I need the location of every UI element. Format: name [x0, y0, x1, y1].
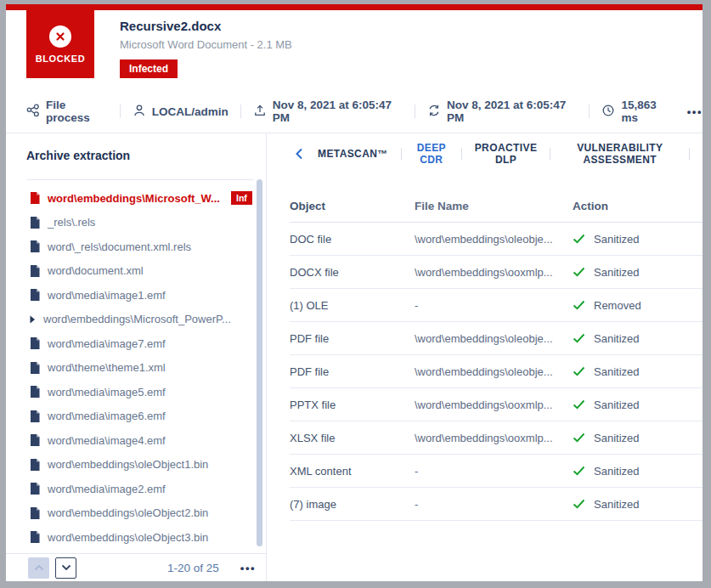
list-item[interactable]: _rels\.rels [30, 211, 266, 235]
cell-file-name: - [415, 299, 573, 312]
cell-object: XML content [290, 465, 415, 478]
file-icon [30, 337, 40, 349]
file-name-label: word\document.xml [48, 264, 144, 277]
file-icon [30, 192, 40, 204]
file-name-label: word\embeddings\Microsoft_PowerP... [43, 313, 231, 325]
table-row: PDF file \word\embeddings\oleobje... San… [290, 355, 703, 388]
file-name-label: word\media\image2.emf [48, 483, 166, 495]
file-icon [30, 217, 40, 229]
cell-action: Sanitized [573, 498, 703, 511]
process-icon [26, 104, 40, 120]
meta-upload-time: Nov 8, 2021 at 6:05:47 PM [253, 99, 403, 124]
sidebar-scrollbar[interactable] [257, 179, 262, 546]
tab-wrap: VULNERABILITY ASSESSMENT [563, 142, 703, 166]
cell-action: Sanitized [573, 266, 703, 279]
status-label: BLOCKED [36, 54, 86, 64]
archive-file-list: word\embeddings\Microsoft_W... Inf _rels… [6, 180, 266, 553]
list-item[interactable]: word\media\image1.emf [30, 283, 266, 308]
cell-action: Sanitized [573, 465, 703, 478]
infected-tag: Inf [231, 191, 252, 205]
file-info: Recursive2.docx Microsoft Word Document … [120, 10, 292, 92]
file-name-label: word\embeddings\oleObject1.bin [48, 458, 208, 471]
file-name-label: word\embeddings\oleObject2.bin [48, 506, 208, 519]
refresh-icon [427, 104, 441, 120]
tab[interactable]: VULNERABILITY ASSESSMENT [563, 142, 676, 166]
action-label: Sanitized [594, 432, 639, 444]
table-body: DOC file \word\embeddings\oleobje... San… [290, 223, 703, 521]
list-item[interactable]: word\media\image7.emf [30, 331, 266, 356]
file-icon [30, 386, 40, 398]
action-label: Sanitized [594, 399, 639, 411]
file-name-label: word\media\image7.emf [48, 337, 166, 350]
cell-action: Sanitized [573, 233, 703, 246]
more-menu-icon[interactable]: ••• [687, 105, 703, 118]
list-item[interactable]: word\embeddings\oleObject3.bin [30, 525, 266, 550]
tabs: METASCAN™ DEEP CDR PROACTIVE DLP [318, 142, 703, 166]
cell-file-name: - [415, 498, 573, 511]
table-row: (1) OLE - Removed [290, 289, 703, 322]
cell-object: DOC file [290, 233, 415, 246]
action-label: Sanitized [594, 465, 639, 478]
check-icon [573, 300, 585, 310]
page-down-button[interactable] [55, 557, 76, 579]
list-item[interactable]: word\_rels\document.xml.rels [30, 235, 266, 259]
file-icon [30, 289, 40, 301]
table-row: DOC file \word\embeddings\oleobje... San… [290, 223, 703, 256]
list-item[interactable]: word\media\image4.emf [30, 428, 266, 453]
check-icon [573, 333, 585, 343]
deep-cdr-table: Object File Name Action DOC file \word\e… [290, 189, 703, 521]
chevron-left-icon[interactable] [295, 148, 303, 160]
list-item[interactable]: word\document.xml [30, 259, 266, 284]
tab-wrap: DEEP CDR [415, 142, 475, 166]
pagination-more-icon[interactable]: ••• [240, 562, 256, 574]
tab-divider [689, 148, 690, 160]
check-icon [573, 399, 585, 410]
tab[interactable]: METASCAN™ [318, 148, 388, 160]
list-item[interactable]: word\embeddings\oleObject1.bin [30, 453, 266, 478]
clock-icon [601, 104, 615, 120]
meta-duration: 15,863 ms [601, 99, 671, 124]
page-title: Recursive2.docx [120, 19, 292, 33]
file-icon [30, 434, 40, 446]
top-accent-bar [6, 4, 703, 10]
tabs-row: METASCAN™ DEEP CDR PROACTIVE DLP [267, 133, 703, 174]
file-name-label: word\media\image5.emf [48, 386, 166, 399]
check-icon [573, 234, 585, 244]
list-item[interactable]: word\media\image2.emf [30, 477, 266, 501]
tab-divider [401, 148, 402, 160]
cell-file-name: \word\embeddings\oleobje... [415, 233, 573, 246]
meta-user: LOCAL/admin [133, 104, 229, 120]
file-header: BLOCKED Recursive2.docx Microsoft Word D… [6, 10, 703, 92]
action-label: Removed [594, 299, 641, 312]
meta-label: Nov 8, 2021 at 6:05:47 PM [273, 99, 403, 124]
blocked-x-icon [49, 25, 71, 48]
table-header: Object File Name Action [290, 189, 703, 222]
meta-bar: File process LOCAL/admin Nov 8, 2021 at … [26, 99, 703, 124]
action-label: Sanitized [594, 266, 639, 279]
page-up-button[interactable] [28, 557, 49, 579]
file-icon [30, 459, 40, 471]
content: Archive extraction word\embeddings\Micro… [6, 133, 703, 581]
file-icon [30, 265, 40, 277]
list-item[interactable]: word\embeddings\Microsoft_W... Inf [30, 186, 266, 211]
chevron-right-icon [30, 315, 36, 324]
list-item[interactable]: word\media\image5.emf [30, 380, 266, 404]
list-item[interactable]: word\embeddings\Microsoft_PowerP... [30, 308, 266, 332]
cell-object: PDF file [290, 365, 415, 378]
status-badge: BLOCKED [26, 10, 94, 78]
tab[interactable]: PROACTIVE DLP [475, 142, 538, 166]
archive-sidebar: Archive extraction word\embeddings\Micro… [6, 133, 266, 581]
tab-divider [550, 148, 550, 160]
list-item[interactable]: word\media\image6.emf [30, 404, 266, 429]
action-label: Sanitized [594, 332, 639, 345]
divider [120, 105, 121, 118]
list-item[interactable]: word\embeddings\oleObject2.bin [30, 501, 266, 526]
file-icon [30, 483, 40, 495]
list-item[interactable]: word\theme\theme1.xml [30, 356, 266, 381]
file-name-label: word\_rels\document.xml.rels [48, 240, 191, 253]
cell-object: (7) image [290, 498, 415, 511]
file-meta: Microsoft Word Document - 2.1 MB [120, 38, 292, 51]
tab-wrap: PROACTIVE DLP [475, 142, 564, 166]
cell-file-name: - [415, 465, 573, 478]
tab[interactable]: DEEP CDR [415, 142, 449, 166]
